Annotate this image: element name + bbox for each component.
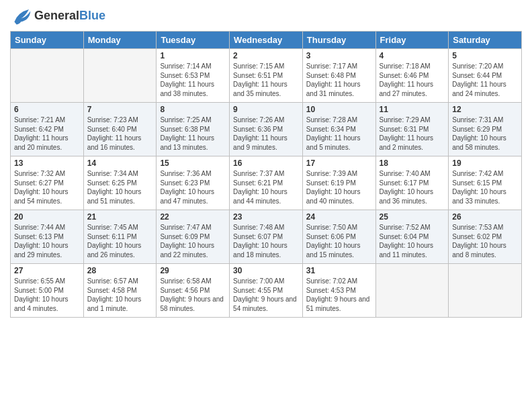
day-info: Sunrise: 7:15 AMSunset: 6:51 PMDaylight:… [233, 62, 299, 98]
day-number: 9 [233, 105, 299, 114]
calendar-header-saturday: Saturday [449, 32, 522, 49]
calendar-cell: 28Sunrise: 6:57 AMSunset: 4:58 PMDayligh… [83, 264, 157, 318]
calendar-cell: 4Sunrise: 7:18 AMSunset: 6:46 PMDaylight… [375, 49, 449, 103]
calendar-cell: 10Sunrise: 7:28 AMSunset: 6:34 PMDayligh… [302, 103, 375, 156]
calendar-header-wednesday: Wednesday [230, 32, 303, 49]
page: GeneralBlue SundayMondayTuesdayWednesday… [0, 0, 532, 411]
calendar-cell: 9Sunrise: 7:26 AMSunset: 6:36 PMDaylight… [230, 103, 303, 156]
day-number: 26 [452, 212, 518, 222]
calendar-cell: 8Sunrise: 7:25 AMSunset: 6:38 PMDaylight… [157, 103, 230, 156]
day-info: Sunrise: 7:23 AMSunset: 6:40 PMDaylight:… [87, 116, 153, 152]
day-number: 11 [380, 105, 445, 114]
calendar-cell: 19Sunrise: 7:42 AMSunset: 6:15 PMDayligh… [449, 156, 522, 210]
calendar-cell: 1Sunrise: 7:14 AMSunset: 6:53 PMDaylight… [157, 49, 230, 103]
calendar-table: SundayMondayTuesdayWednesdayThursdayFrid… [10, 31, 522, 318]
day-number: 21 [87, 212, 153, 222]
calendar-cell: 26Sunrise: 7:53 AMSunset: 6:02 PMDayligh… [449, 210, 522, 264]
calendar-week-row: 6Sunrise: 7:21 AMSunset: 6:42 PMDaylight… [11, 103, 522, 156]
day-number: 8 [160, 105, 226, 114]
day-number: 16 [233, 158, 299, 168]
day-info: Sunrise: 7:44 AMSunset: 6:13 PMDaylight:… [14, 223, 80, 259]
calendar-cell: 30Sunrise: 7:00 AMSunset: 4:55 PMDayligh… [230, 264, 303, 318]
day-number: 25 [380, 212, 445, 222]
calendar-cell: 27Sunrise: 6:55 AMSunset: 5:00 PMDayligh… [11, 264, 84, 318]
day-info: Sunrise: 7:21 AMSunset: 6:42 PMDaylight:… [14, 116, 80, 152]
day-info: Sunrise: 7:45 AMSunset: 6:11 PMDaylight:… [87, 223, 153, 259]
day-number: 12 [452, 105, 518, 114]
day-info: Sunrise: 7:17 AMSunset: 6:48 PMDaylight:… [306, 62, 372, 98]
calendar-cell [83, 49, 157, 103]
day-number: 3 [306, 51, 372, 60]
day-number: 5 [452, 51, 518, 60]
calendar-cell: 25Sunrise: 7:52 AMSunset: 6:04 PMDayligh… [375, 210, 449, 264]
day-number: 7 [87, 105, 153, 114]
calendar-cell: 18Sunrise: 7:40 AMSunset: 6:17 PMDayligh… [375, 156, 449, 210]
day-info: Sunrise: 7:02 AMSunset: 4:53 PMDaylight:… [306, 277, 372, 313]
calendar-cell: 11Sunrise: 7:29 AMSunset: 6:31 PMDayligh… [375, 103, 449, 156]
day-number: 15 [160, 158, 226, 168]
day-info: Sunrise: 7:14 AMSunset: 6:53 PMDaylight:… [160, 62, 226, 98]
day-info: Sunrise: 6:58 AMSunset: 4:56 PMDaylight:… [160, 277, 226, 313]
day-number: 20 [14, 212, 80, 222]
calendar-week-row: 1Sunrise: 7:14 AMSunset: 6:53 PMDaylight… [11, 49, 522, 103]
day-info: Sunrise: 7:50 AMSunset: 6:06 PMDaylight:… [306, 223, 372, 259]
calendar-cell [449, 264, 522, 318]
day-info: Sunrise: 7:32 AMSunset: 6:27 PMDaylight:… [14, 169, 80, 205]
calendar-header-thursday: Thursday [302, 32, 375, 49]
day-number: 18 [380, 158, 445, 168]
day-number: 27 [14, 266, 80, 275]
day-number: 1 [160, 51, 226, 60]
day-info: Sunrise: 7:31 AMSunset: 6:29 PMDaylight:… [452, 116, 518, 152]
calendar-cell: 13Sunrise: 7:32 AMSunset: 6:27 PMDayligh… [11, 156, 84, 210]
day-info: Sunrise: 7:18 AMSunset: 6:46 PMDaylight:… [380, 62, 445, 98]
day-number: 19 [452, 158, 518, 168]
day-info: Sunrise: 7:00 AMSunset: 4:55 PMDaylight:… [233, 277, 299, 313]
day-number: 31 [306, 266, 372, 275]
day-number: 29 [160, 266, 226, 275]
calendar-week-row: 13Sunrise: 7:32 AMSunset: 6:27 PMDayligh… [11, 156, 522, 210]
day-number: 28 [87, 266, 153, 275]
day-number: 4 [380, 51, 445, 60]
header: GeneralBlue [10, 7, 522, 26]
day-number: 10 [306, 105, 372, 114]
day-info: Sunrise: 7:48 AMSunset: 6:07 PMDaylight:… [233, 223, 299, 259]
calendar-cell: 16Sunrise: 7:37 AMSunset: 6:21 PMDayligh… [230, 156, 303, 210]
calendar-cell: 5Sunrise: 7:20 AMSunset: 6:44 PMDaylight… [449, 49, 522, 103]
calendar-cell: 6Sunrise: 7:21 AMSunset: 6:42 PMDaylight… [11, 103, 84, 156]
day-info: Sunrise: 7:52 AMSunset: 6:04 PMDaylight:… [380, 223, 445, 259]
calendar-cell: 15Sunrise: 7:36 AMSunset: 6:23 PMDayligh… [157, 156, 230, 210]
logo-blue: Blue [79, 9, 105, 22]
calendar-header-sunday: Sunday [11, 32, 84, 49]
calendar-cell [11, 49, 84, 103]
calendar-cell: 20Sunrise: 7:44 AMSunset: 6:13 PMDayligh… [11, 210, 84, 264]
calendar-week-row: 27Sunrise: 6:55 AMSunset: 5:00 PMDayligh… [11, 264, 522, 318]
calendar-cell: 22Sunrise: 7:47 AMSunset: 6:09 PMDayligh… [157, 210, 230, 264]
calendar-cell [375, 264, 449, 318]
logo: GeneralBlue [10, 7, 105, 26]
calendar-header-tuesday: Tuesday [157, 32, 230, 49]
calendar-cell: 14Sunrise: 7:34 AMSunset: 6:25 PMDayligh… [83, 156, 157, 210]
day-info: Sunrise: 6:57 AMSunset: 4:58 PMDaylight:… [87, 277, 153, 313]
calendar-week-row: 20Sunrise: 7:44 AMSunset: 6:13 PMDayligh… [11, 210, 522, 264]
day-number: 23 [233, 212, 299, 222]
calendar-cell: 2Sunrise: 7:15 AMSunset: 6:51 PMDaylight… [230, 49, 303, 103]
day-info: Sunrise: 7:47 AMSunset: 6:09 PMDaylight:… [160, 223, 226, 259]
day-info: Sunrise: 7:37 AMSunset: 6:21 PMDaylight:… [233, 169, 299, 205]
day-info: Sunrise: 7:34 AMSunset: 6:25 PMDaylight:… [87, 169, 153, 205]
calendar-header-friday: Friday [375, 32, 449, 49]
day-number: 22 [160, 212, 226, 222]
calendar-cell: 17Sunrise: 7:39 AMSunset: 6:19 PMDayligh… [302, 156, 375, 210]
day-number: 6 [14, 105, 80, 114]
logo-general: General [34, 9, 79, 22]
calendar-cell: 31Sunrise: 7:02 AMSunset: 4:53 PMDayligh… [302, 264, 375, 318]
calendar-header-monday: Monday [83, 32, 157, 49]
calendar-cell: 3Sunrise: 7:17 AMSunset: 6:48 PMDaylight… [302, 49, 375, 103]
day-info: Sunrise: 7:29 AMSunset: 6:31 PMDaylight:… [380, 116, 445, 152]
day-info: Sunrise: 7:42 AMSunset: 6:15 PMDaylight:… [452, 169, 518, 205]
calendar-cell: 21Sunrise: 7:45 AMSunset: 6:11 PMDayligh… [83, 210, 157, 264]
day-number: 30 [233, 266, 299, 275]
day-info: Sunrise: 7:26 AMSunset: 6:36 PMDaylight:… [233, 116, 299, 152]
day-number: 2 [233, 51, 299, 60]
day-info: Sunrise: 7:28 AMSunset: 6:34 PMDaylight:… [306, 116, 372, 152]
calendar-header-row: SundayMondayTuesdayWednesdayThursdayFrid… [11, 32, 522, 49]
